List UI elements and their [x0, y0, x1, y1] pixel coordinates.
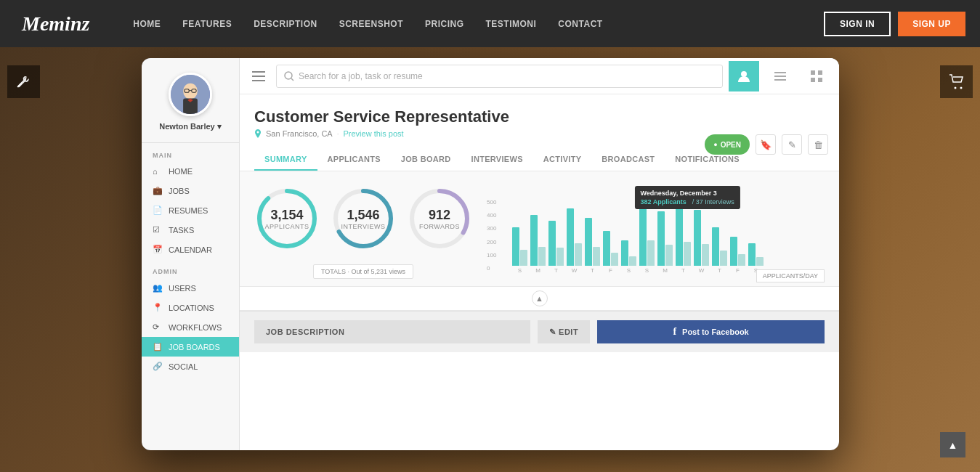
bar-interviews: [647, 240, 655, 266]
bar-applicants: [530, 215, 538, 266]
x-axis-label: W: [694, 267, 709, 274]
tab-jobboard[interactable]: JOB BOARD: [391, 149, 461, 171]
bar-applicants: [639, 202, 647, 266]
bar-applicants: [603, 231, 610, 266]
sidebar-item-locations-label: LOCATIONS: [169, 304, 214, 312]
sidebar-item-home[interactable]: ⌂ HOME: [142, 162, 239, 181]
avatar: [169, 73, 212, 116]
bar-interviews: [665, 245, 673, 266]
x-axis-label: T: [548, 267, 564, 274]
resumes-icon: 📄: [153, 206, 163, 215]
sidebar-item-social[interactable]: 🔗 SOCIAL: [142, 357, 239, 376]
tab-broadcast[interactable]: BROADCAST: [591, 149, 665, 171]
sidebar-item-workflows-label: WORKFLOWS: [169, 323, 222, 332]
main-content: Search for a job, task or resume: [240, 58, 839, 450]
tab-activity[interactable]: ACTIVITY: [533, 149, 592, 171]
job-preview-link[interactable]: Preview this post: [343, 129, 403, 138]
bar-applicants: [657, 211, 665, 266]
list-view-button[interactable]: [765, 61, 795, 91]
interviews-value: 1,546: [341, 208, 386, 223]
signin-button[interactable]: SIGN IN: [824, 12, 891, 36]
tab-summary[interactable]: SUMMARY: [254, 149, 317, 171]
sidebar-item-home-label: HOME: [169, 167, 193, 176]
forwards-label: FORWARDS: [419, 223, 460, 230]
delete-button[interactable]: 🗑: [808, 134, 828, 155]
edit-pencil-button[interactable]: ✎: [782, 134, 802, 155]
job-description-button[interactable]: JOB DESCRIPTION: [254, 320, 530, 343]
bar-interviews: [720, 251, 727, 266]
tooltip-applicants: 382 Applicants: [640, 198, 686, 206]
applicants-per-day-button[interactable]: APPLICANTS/DAY: [756, 269, 825, 282]
tab-interviews[interactable]: INTERVIEWS: [461, 149, 533, 171]
svg-rect-18: [774, 79, 786, 81]
bookmark-button[interactable]: 🔖: [756, 134, 776, 155]
tab-applicants[interactable]: APPLICANTS: [317, 149, 391, 171]
nav-contact[interactable]: CONTACT: [558, 19, 602, 29]
bar-applicants: [512, 227, 519, 266]
bar-interviews: [611, 253, 618, 266]
nav-auth-buttons: SIGN IN SIGN UP: [824, 12, 965, 36]
tab-notifications[interactable]: NOTIFICATIONS: [665, 149, 750, 171]
user-view-button[interactable]: [729, 61, 759, 91]
forwards-value: 912: [419, 208, 460, 223]
summary-area: 3,154 APPLICANTS: [240, 171, 839, 287]
sidebar-item-users[interactable]: 👥 USERS: [142, 278, 239, 298]
search-placeholder[interactable]: Search for a job, task or resume: [299, 71, 423, 81]
tools-icon-button[interactable]: [7, 65, 40, 98]
x-axis-label: F: [603, 267, 618, 274]
nav-features[interactable]: FEATURES: [182, 19, 232, 29]
grid-view-button[interactable]: [801, 61, 832, 91]
bar-applicants: [676, 205, 683, 266]
hamburger-button[interactable]: [247, 65, 270, 88]
top-navigation: Meminz HOME FEATURES DESCRIPTION SCREENS…: [0, 0, 980, 47]
sidebar-item-resumes-label: RESUMES: [169, 206, 208, 215]
nav-screenshot[interactable]: SCREENSHOT: [339, 19, 403, 29]
x-axis-label: T: [712, 267, 727, 274]
sidebar-item-resumes[interactable]: 📄 RESUMES: [142, 200, 239, 220]
chart-tooltip: Wednesday, December 3 382 Applicants / 3…: [634, 186, 740, 209]
scroll-up-button[interactable]: ▲: [940, 432, 965, 457]
svg-rect-12: [252, 80, 265, 81]
sidebar-item-jobs[interactable]: 💼 JOBS: [142, 181, 239, 200]
collapse-button[interactable]: ▲: [532, 290, 548, 306]
x-axis-label: S: [621, 267, 636, 274]
svg-point-13: [285, 72, 292, 79]
nav-description[interactable]: DESCRIPTION: [254, 19, 317, 29]
bar-applicants: [548, 221, 556, 266]
bar-applicants: [567, 208, 574, 266]
svg-rect-19: [811, 70, 815, 75]
bar-interviews: [684, 242, 691, 266]
sidebar-item-locations[interactable]: 📍 LOCATIONS: [142, 298, 239, 317]
nav-links: HOME FEATURES DESCRIPTION SCREENSHOT PRI…: [133, 19, 824, 29]
sidebar-item-jobboards[interactable]: 📋 JOB BOARDS: [142, 337, 239, 357]
cart-icon-button[interactable]: [940, 65, 973, 98]
sidebar-item-tasks[interactable]: ☑ TASKS: [142, 220, 239, 240]
tasks-icon: ☑: [153, 225, 163, 235]
svg-rect-11: [252, 76, 265, 77]
nav-testimoni[interactable]: TESTIMONI: [486, 19, 537, 29]
jobboards-icon: 📋: [153, 342, 163, 351]
bar-applicants: [621, 240, 628, 266]
sidebar-item-calendar[interactable]: 📅 CALENDAR: [142, 240, 239, 259]
locations-icon: 📍: [153, 303, 163, 312]
edit-button[interactable]: ✎ EDIT: [538, 320, 590, 343]
bottom-action-bar: JOB DESCRIPTION ✎ EDIT f Post to Faceboo…: [240, 311, 839, 352]
x-axis-label: M: [530, 267, 546, 274]
svg-rect-10: [252, 71, 265, 73]
post-facebook-button[interactable]: f Post to Facebook: [597, 320, 825, 343]
signup-button[interactable]: SIGN UP: [898, 12, 965, 36]
svg-rect-20: [818, 70, 822, 75]
svg-rect-21: [811, 78, 815, 82]
nav-home[interactable]: HOME: [133, 19, 161, 29]
x-axis-label: S: [639, 267, 655, 274]
jobs-icon: 💼: [153, 186, 163, 195]
applicants-stat: 3,154 APPLICANTS: [254, 186, 320, 251]
admin-section-label: Admin: [142, 259, 239, 278]
nav-pricing[interactable]: PRICING: [425, 19, 464, 29]
sidebar-item-workflows[interactable]: ⟳ WORKFLOWS: [142, 317, 239, 337]
applicants-label: APPLICANTS: [264, 223, 309, 230]
bar-applicants: [730, 237, 737, 266]
calendar-icon: 📅: [153, 245, 163, 254]
bar-interviews: [629, 256, 636, 266]
bar-interviews: [520, 250, 527, 266]
